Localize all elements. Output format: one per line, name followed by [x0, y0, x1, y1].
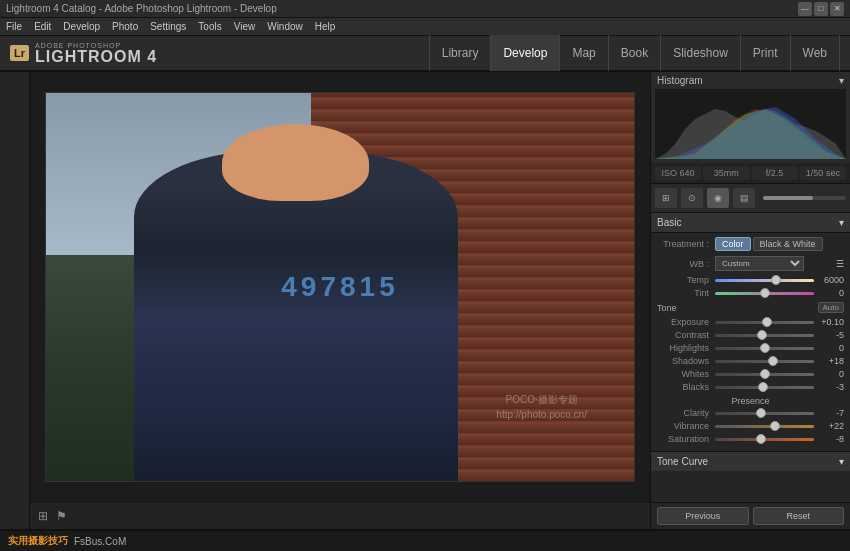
nav-map[interactable]: Map — [560, 35, 608, 71]
tone-curve-header[interactable]: Tone Curve ▾ — [651, 451, 850, 471]
temp-slider[interactable] — [715, 279, 814, 282]
clarity-slider[interactable] — [715, 412, 814, 415]
whites-label: Whites — [657, 369, 715, 379]
basic-collapse-icon: ▾ — [839, 217, 844, 228]
saturation-slider[interactable] — [715, 438, 814, 441]
nav-library[interactable]: Library — [429, 35, 492, 71]
title-text: Lightroom 4 Catalog - Adobe Photoshop Li… — [6, 3, 277, 14]
highlights-label: Highlights — [657, 343, 715, 353]
tint-slider[interactable] — [715, 292, 814, 295]
tool-slider[interactable] — [763, 196, 846, 200]
vibrance-label: Vibrance — [657, 421, 715, 431]
tone-section-title: Tone Auto — [657, 302, 844, 313]
menu-file[interactable]: File — [6, 21, 22, 32]
contrast-value: -5 — [814, 330, 844, 340]
photo-bottom-bar: ⊞ ⚑ — [30, 501, 650, 529]
menu-settings[interactable]: Settings — [150, 21, 186, 32]
reset-button[interactable]: Reset — [753, 507, 845, 525]
nav-print[interactable]: Print — [741, 35, 791, 71]
contrast-row: Contrast -5 — [657, 330, 844, 340]
menu-view[interactable]: View — [234, 21, 256, 32]
vibrance-row: Vibrance +22 — [657, 421, 844, 431]
photo-area: 497815 POCO·摄影专题 http://photo.poco.cn/ ⊞… — [30, 72, 650, 529]
main-area: 497815 POCO·摄影专题 http://photo.poco.cn/ ⊞… — [0, 72, 850, 529]
temp-value: 6000 — [814, 275, 844, 285]
nav-slideshow[interactable]: Slideshow — [661, 35, 741, 71]
window-controls: — □ ✕ — [798, 2, 844, 16]
tint-label: Tint — [657, 288, 715, 298]
right-panel: Histogram ▾ ISO 640 35mm — [650, 72, 850, 529]
blacks-row: Blacks -3 — [657, 382, 844, 392]
blacks-slider[interactable] — [715, 386, 814, 389]
menu-help[interactable]: Help — [315, 21, 336, 32]
basic-panel-content: Treatment : Color Black & White WB : Cus… — [651, 233, 850, 451]
whites-slider[interactable] — [715, 373, 814, 376]
close-button[interactable]: ✕ — [830, 2, 844, 16]
tone-label: Tone — [657, 303, 677, 313]
footer-brand: 实用摄影技巧 — [8, 534, 68, 548]
wb-row: WB : Custom Auto Daylight Cloudy Shade ☰ — [657, 256, 844, 271]
menu-tools[interactable]: Tools — [198, 21, 221, 32]
vibrance-value: +22 — [814, 421, 844, 431]
color-button[interactable]: Color — [715, 237, 751, 251]
crop-tool[interactable]: ⊞ — [655, 188, 677, 208]
saturation-row: Saturation -8 — [657, 434, 844, 444]
auto-button[interactable]: Auto — [818, 302, 844, 313]
highlights-value: 0 — [814, 343, 844, 353]
treatment-row: Treatment : Color Black & White — [657, 237, 844, 251]
presence-title: Presence — [657, 396, 844, 406]
saturation-value: -8 — [814, 434, 844, 444]
treatment-label: Treatment : — [657, 239, 715, 249]
histogram-canvas — [655, 89, 846, 159]
saturation-label: Saturation — [657, 434, 715, 444]
whites-value: 0 — [814, 369, 844, 379]
menu-edit[interactable]: Edit — [34, 21, 51, 32]
flag-icon[interactable]: ⚑ — [56, 509, 67, 523]
previous-button[interactable]: Previous — [657, 507, 749, 525]
tone-curve-collapse-icon: ▾ — [839, 456, 844, 467]
nav-web[interactable]: Web — [791, 35, 840, 71]
menu-develop[interactable]: Develop — [63, 21, 100, 32]
iso-info: ISO 640 — [655, 166, 701, 180]
watermark-text: 497815 — [281, 271, 398, 303]
wb-select[interactable]: Custom Auto Daylight Cloudy Shade — [715, 256, 804, 271]
highlights-slider[interactable] — [715, 347, 814, 350]
clarity-value: -7 — [814, 408, 844, 418]
view-icon[interactable]: ⊞ — [38, 509, 48, 523]
grad-tool[interactable]: ▤ — [733, 188, 755, 208]
histogram-collapse-icon[interactable]: ▾ — [839, 75, 844, 86]
shadows-value: +18 — [814, 356, 844, 366]
photo-container: 497815 POCO·摄影专题 http://photo.poco.cn/ — [30, 72, 650, 501]
maximize-button[interactable]: □ — [814, 2, 828, 16]
footer: 实用摄影技巧 FsBus.CoM — [0, 529, 850, 551]
vibrance-slider[interactable] — [715, 425, 814, 428]
contrast-slider[interactable] — [715, 334, 814, 337]
exposure-row: Exposure +0.10 — [657, 317, 844, 327]
panel-bottom-buttons: Previous Reset — [651, 502, 850, 529]
bw-button[interactable]: Black & White — [753, 237, 823, 251]
nav-book[interactable]: Book — [609, 35, 661, 71]
exposure-slider[interactable] — [715, 321, 814, 324]
redeye-tool[interactable]: ◉ — [707, 188, 729, 208]
heal-tool[interactable]: ⊙ — [681, 188, 703, 208]
minimize-button[interactable]: — — [798, 2, 812, 16]
shutter-info: 1/50 sec — [800, 166, 846, 180]
aperture-info: f/2.5 — [752, 166, 798, 180]
shadows-slider[interactable] — [715, 360, 814, 363]
tint-slider-row: Tint 0 — [657, 288, 844, 298]
menu-photo[interactable]: Photo — [112, 21, 138, 32]
menu-window[interactable]: Window — [267, 21, 303, 32]
blacks-label: Blacks — [657, 382, 715, 392]
nav-develop[interactable]: Develop — [491, 35, 560, 71]
tool-row: ⊞ ⊙ ◉ ▤ — [651, 184, 850, 213]
logo-area: Lr ADOBE PHOTOSHOP LIGHTROOM 4 — [10, 42, 157, 65]
photo-frame[interactable]: 497815 POCO·摄影专题 http://photo.poco.cn/ — [45, 92, 635, 482]
poco-url: http://photo.poco.cn/ — [496, 407, 587, 422]
clarity-label: Clarity — [657, 408, 715, 418]
whites-row: Whites 0 — [657, 369, 844, 379]
focal-info: 35mm — [703, 166, 749, 180]
temp-slider-row: Temp 6000 — [657, 275, 844, 285]
basic-section-header[interactable]: Basic ▾ — [651, 213, 850, 233]
titlebar: Lightroom 4 Catalog - Adobe Photoshop Li… — [0, 0, 850, 18]
lr-badge: Lr — [10, 45, 29, 61]
